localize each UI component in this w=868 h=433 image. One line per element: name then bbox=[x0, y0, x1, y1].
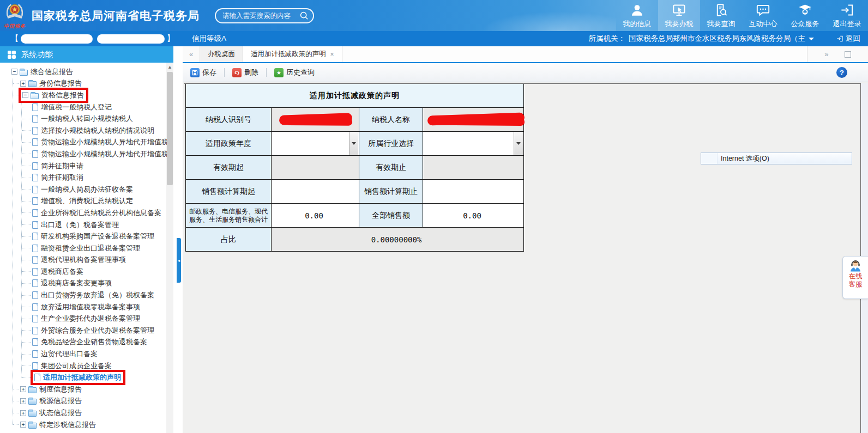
tree-item-label[interactable]: 货物运输业小规模纳税人异地代开增值税专 bbox=[40, 137, 167, 147]
tab-declaration[interactable]: 适用加计抵减政策的声明 × bbox=[243, 46, 342, 62]
industry-select[interactable] bbox=[423, 132, 523, 155]
tree-item[interactable]: 放弃适用增值税零税率备案事项 bbox=[0, 301, 167, 313]
nav-query[interactable]: 我要查询 bbox=[700, 0, 742, 31]
tree-item[interactable]: + 制度信息报告 bbox=[0, 383, 167, 395]
tree-item[interactable]: 企业所得税汇总纳税总分机构信息备案 bbox=[0, 207, 167, 219]
nav-logout[interactable]: 退出登录 bbox=[826, 0, 868, 31]
tree-item-label[interactable]: 状态信息报告 bbox=[39, 408, 82, 418]
tab-scroll-left-button[interactable]: « bbox=[183, 46, 200, 62]
tree-item[interactable]: 一般纳税人简易办法征收备案 bbox=[0, 184, 167, 196]
maximize-icon[interactable] bbox=[845, 51, 851, 58]
minus-expander-icon[interactable]: − bbox=[22, 92, 28, 98]
tree-item-label[interactable]: 退税商店备案变更事项 bbox=[40, 278, 112, 288]
nav-do-tax[interactable]: 我要办税 bbox=[658, 0, 700, 31]
tree-item-label[interactable]: 特定涉税信息报告 bbox=[39, 420, 97, 430]
dropdown-button[interactable] bbox=[349, 132, 358, 155]
tree-item[interactable]: 退税商店备案 bbox=[0, 266, 167, 278]
nav-my-info[interactable]: 我的信息 bbox=[616, 0, 658, 31]
save-button[interactable]: 保存 bbox=[188, 66, 219, 79]
tab-desktop[interactable]: 办税桌面 bbox=[200, 46, 243, 62]
tree-item[interactable]: 边贸代理出口备案 bbox=[0, 348, 167, 360]
tree-item-label[interactable]: 制度信息报告 bbox=[39, 385, 82, 394]
online-service-widget[interactable]: 在线 客服 bbox=[842, 256, 868, 299]
tree-item-label[interactable]: 增值税、消费税汇总纳税认定 bbox=[40, 196, 134, 206]
tree-item[interactable]: 研发机构采购国产设备退税备案管理 bbox=[0, 230, 167, 242]
policy-year-select[interactable] bbox=[272, 132, 359, 155]
tree-item-label[interactable]: 免税品经营企业销售货物退税备案 bbox=[40, 337, 148, 347]
tree-item[interactable]: 外贸综合服务企业代办退税备案管理 bbox=[0, 325, 167, 337]
tree-item-label[interactable]: 外贸综合服务企业代办退税备案管理 bbox=[40, 326, 155, 336]
tree-item[interactable]: 增值税一般纳税人登记 bbox=[0, 101, 167, 113]
tree-item[interactable]: 出口货物劳务放弃退（免）税权备案 bbox=[0, 289, 167, 301]
tree-item-label[interactable]: 简并征期取消 bbox=[40, 173, 84, 182]
tree-item[interactable]: + 税源信息报告 bbox=[0, 395, 167, 407]
tree-item[interactable]: 选择按小规模纳税人纳税的情况说明 bbox=[0, 125, 167, 137]
tree-item-label[interactable]: 一般纳税人转回小规模纳税人 bbox=[40, 114, 134, 124]
tree-item[interactable]: 简并征期申请 bbox=[0, 160, 167, 172]
help-icon[interactable]: ? bbox=[836, 67, 847, 78]
tree-item-label[interactable]: 一般纳税人简易办法征收备案 bbox=[40, 185, 134, 194]
tree-item[interactable]: 融资租赁企业出口退税备案管理 bbox=[0, 242, 167, 254]
plus-expander-icon[interactable]: + bbox=[20, 398, 26, 404]
tree-item[interactable]: + 特定涉税信息报告 bbox=[0, 419, 167, 431]
tree-item[interactable]: 增值税、消费税汇总纳税认定 bbox=[0, 196, 167, 208]
tree-item[interactable]: 退税商店备案变更事项 bbox=[0, 278, 167, 290]
search-input[interactable] bbox=[222, 12, 299, 20]
calc-to-input[interactable] bbox=[423, 180, 524, 204]
tree-item[interactable]: 出口退（免）税备案管理 bbox=[0, 219, 167, 231]
four-services-value[interactable]: 0.00 bbox=[272, 204, 359, 228]
tree-item-label[interactable]: 身份信息报告 bbox=[39, 78, 82, 88]
tree-item[interactable]: 退税代理机构备案管理事项 bbox=[0, 254, 167, 266]
tree-item-label[interactable]: 出口退（免）税备案管理 bbox=[40, 220, 119, 230]
tree-item[interactable]: 货物运输业小规模纳税人异地代开增值税专 bbox=[0, 148, 167, 160]
tree-item-label[interactable]: 简并征期申请 bbox=[40, 161, 84, 171]
org-dropdown-caret-icon[interactable] bbox=[809, 38, 814, 43]
internet-options-menu-item[interactable]: Internet 选项(O) bbox=[701, 153, 852, 164]
tree-item-label[interactable]: 退税商店备案 bbox=[40, 267, 84, 277]
tree-item-label[interactable]: 生产企业委托代办退税备案管理 bbox=[40, 314, 141, 324]
tree-item-label[interactable]: 边贸代理出口备案 bbox=[40, 349, 98, 359]
sidebar-scrollbar[interactable]: ▲ bbox=[166, 63, 173, 433]
tree-item[interactable]: − 综合信息报告 bbox=[0, 66, 167, 78]
search-icon[interactable] bbox=[299, 11, 309, 20]
tree-item[interactable]: + 状态信息报告 bbox=[0, 407, 167, 419]
tree-item[interactable]: 一般纳税人转回小规模纳税人 bbox=[0, 113, 167, 125]
back-button[interactable]: 返回 bbox=[836, 34, 860, 44]
tree-item[interactable]: 适用加计抵减政策的声明 bbox=[0, 371, 167, 383]
tree-item[interactable]: 简并征期取消 bbox=[0, 172, 167, 184]
history-query-button[interactable]: ★ 历史查询 bbox=[272, 66, 317, 79]
tab-scroll-right-button[interactable]: » bbox=[824, 50, 827, 58]
plus-expander-icon[interactable]: + bbox=[20, 422, 26, 428]
minus-expander-icon[interactable]: − bbox=[11, 69, 17, 75]
plus-expander-icon[interactable]: + bbox=[20, 410, 26, 416]
dropdown-button[interactable] bbox=[514, 132, 523, 155]
tree-item-label[interactable]: 适用加计抵减政策的声明 bbox=[43, 373, 122, 382]
tree-item-label[interactable]: 出口货物劳务放弃退（免）税权备案 bbox=[40, 290, 155, 300]
tree-item-label[interactable]: 企业所得税汇总纳税总分机构信息备案 bbox=[40, 208, 162, 218]
delete-button[interactable]: 删除 bbox=[230, 66, 261, 79]
tree-item[interactable]: − 资格信息报告 bbox=[0, 89, 167, 101]
calc-from-input[interactable] bbox=[272, 180, 359, 204]
nav-interaction-center[interactable]: 互动中心 bbox=[742, 0, 784, 31]
tree-item[interactable]: 生产企业委托代办退税备案管理 bbox=[0, 313, 167, 325]
tree-item-label[interactable]: 集团公司成员企业备案 bbox=[40, 361, 112, 371]
total-sales-value[interactable]: 0.00 bbox=[423, 204, 524, 228]
tree-item-label[interactable]: 增值税一般纳税人登记 bbox=[40, 102, 112, 112]
org-name[interactable]: 国家税务总局郑州市金水区税务局东风路税务分局（主 bbox=[629, 34, 805, 44]
sidebar-collapse-handle[interactable]: ◄ bbox=[177, 238, 181, 283]
tree-item-label[interactable]: 综合信息报告 bbox=[30, 67, 74, 77]
tree-item[interactable]: 货物运输业小规模纳税人异地代开增值税专 bbox=[0, 137, 167, 149]
plus-expander-icon[interactable]: + bbox=[20, 386, 26, 392]
tree-item-label[interactable]: 选择按小规模纳税人纳税的情况说明 bbox=[40, 126, 155, 136]
tree-item-label[interactable]: 研发机构采购国产设备退税备案管理 bbox=[40, 231, 155, 241]
tree-item-label[interactable]: 税源信息报告 bbox=[39, 396, 82, 406]
scroll-up-arrow-icon[interactable]: ▲ bbox=[166, 63, 173, 71]
tree-item[interactable]: 免税品经营企业销售货物退税备案 bbox=[0, 337, 167, 349]
tab-close-icon[interactable]: × bbox=[330, 51, 334, 58]
tree-item-label[interactable]: 退税代理机构备案管理事项 bbox=[40, 255, 126, 265]
nav-public-service[interactable]: 公众服务 bbox=[784, 0, 826, 31]
tree-item-label[interactable]: 放弃适用增值税零税率备案事项 bbox=[40, 302, 141, 312]
tree-item-label[interactable]: 融资租赁企业出口退税备案管理 bbox=[40, 243, 141, 253]
plus-expander-icon[interactable]: + bbox=[20, 81, 26, 87]
tree-item-label[interactable]: 货物运输业小规模纳税人异地代开增值税专 bbox=[40, 149, 167, 159]
